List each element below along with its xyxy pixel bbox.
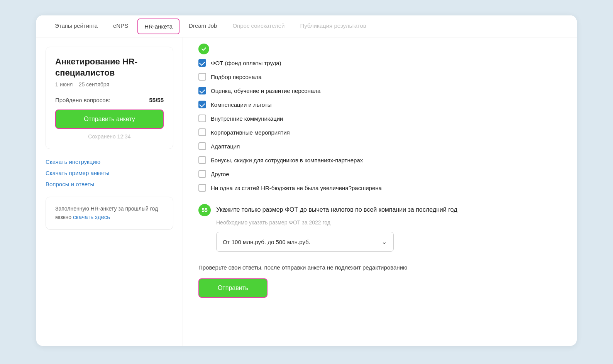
checkbox-row-9: Ни одна из статей HR-бюджета не была уве… xyxy=(198,184,561,192)
checkbox-row-6: Адаптация xyxy=(198,142,561,150)
dropdown-selected-value: От 100 млн.руб. до 500 млн.руб. xyxy=(223,239,310,245)
checkbox-kommunikacii[interactable] xyxy=(198,115,206,122)
progress-label: Пройдено вопросов: xyxy=(55,97,110,103)
tab-publikaciya: Публикация результатов xyxy=(294,15,372,37)
main-container: Этапы рейтинга eNPS HR-анкета Dream Job … xyxy=(36,15,577,346)
checkbox-row-7: Бонусы, скидки для сотрудников в компани… xyxy=(198,156,561,164)
sidebar-dates: 1 июня – 25 сентября xyxy=(55,81,164,88)
checkbox-label-kommunikacii: Внутренние коммуникации xyxy=(211,115,283,122)
checkbox-korporativnye[interactable] xyxy=(198,128,206,136)
sidebar-note-link[interactable]: скачать здесь xyxy=(73,214,110,220)
link-download-example[interactable]: Скачать пример анкеты xyxy=(46,170,173,176)
checkbox-bonusy[interactable] xyxy=(198,156,206,164)
sidebar-main-card: Анкетирование HR-специалистов 1 июня – 2… xyxy=(46,47,173,149)
saved-text: Сохранено 12:34 xyxy=(55,133,164,140)
checkbox-label-adaptaciya: Адаптация xyxy=(211,143,240,150)
review-text: Проверьте свои ответы, после отправки ан… xyxy=(198,264,561,271)
tab-dream-job[interactable]: Dream Job xyxy=(183,15,223,37)
checkbox-ni-odna[interactable] xyxy=(198,184,206,192)
checkbox-label-bonusy: Бонусы, скидки для сотрудников в компани… xyxy=(211,157,363,163)
checkbox-row-3: Компенсации и льготы xyxy=(198,101,561,108)
completion-indicator xyxy=(198,44,209,54)
content-area: Анкетирование HR-специалистов 1 июня – 2… xyxy=(36,37,577,346)
tab-bar: Этапы рейтинга eNPS HR-анкета Dream Job … xyxy=(36,15,577,37)
tab-opros: Опрос соискателей xyxy=(226,15,291,37)
tab-enps[interactable]: eNPS xyxy=(107,15,134,37)
question-55-header: 55 Укажите только размер ФОТ до вычета н… xyxy=(198,204,561,216)
checkbox-label-ocenka: Оценка, обучение и развитие персонала xyxy=(211,88,320,94)
checkbox-kompensacii[interactable] xyxy=(198,101,206,108)
checkbox-label-ni-odna: Ни одна из статей HR-бюджета не была уве… xyxy=(211,185,382,191)
question-55-number: 55 xyxy=(198,204,211,216)
checkbox-label-fot: ФОТ (фонд оплаты труда) xyxy=(211,60,281,66)
tab-hr-anketa[interactable]: HR-анкета xyxy=(137,19,179,34)
checkbox-label-drugoe: Другое xyxy=(211,171,229,177)
progress-value: 55/55 xyxy=(149,97,164,103)
checkbox-row-4: Внутренние коммуникации xyxy=(198,115,561,122)
question-55-hint: Необходимо указать размер ФОТ за 2022 го… xyxy=(216,219,561,226)
checkbox-podbor[interactable] xyxy=(198,73,206,81)
link-faq[interactable]: Вопросы и ответы xyxy=(46,181,173,187)
checkbox-adaptaciya[interactable] xyxy=(198,142,206,150)
checkbox-list: ФОТ (фонд оплаты труда) Подбор персонала… xyxy=(198,59,561,192)
chevron-down-icon: ⌄ xyxy=(381,238,387,246)
checkbox-row-1: Подбор персонала xyxy=(198,73,561,81)
fot-range-dropdown[interactable]: От 100 млн.руб. до 500 млн.руб. ⌄ xyxy=(216,232,394,252)
sidebar-links: Скачать инструкцию Скачать пример анкеты… xyxy=(46,158,173,187)
checkbox-section: ФОТ (фонд оплаты труда) Подбор персонала… xyxy=(198,44,561,192)
question-55-section: 55 Укажите только размер ФОТ до вычета н… xyxy=(198,204,561,252)
question-55-text: Укажите только размер ФОТ до вычета нало… xyxy=(216,204,457,214)
checkbox-label-korporativnye: Корпоративные мероприятия xyxy=(211,129,290,136)
checkbox-ocenka[interactable] xyxy=(198,87,206,94)
send-button[interactable]: Отправить xyxy=(198,278,268,298)
sidebar-note: Заполненную HR-анкету за прошлый год мож… xyxy=(46,197,173,230)
sidebar: Анкетирование HR-специалистов 1 июня – 2… xyxy=(36,37,183,346)
main-content: ФОТ (фонд оплаты труда) Подбор персонала… xyxy=(183,37,577,346)
bottom-section: Проверьте свои ответы, после отправки ан… xyxy=(198,264,561,298)
dropdown-wrapper: От 100 млн.руб. до 500 млн.руб. ⌄ xyxy=(216,232,561,252)
tab-etapy[interactable]: Этапы рейтинга xyxy=(49,15,104,37)
checkbox-label-kompensacii: Компенсации и льготы xyxy=(211,101,271,108)
checkbox-row-5: Корпоративные мероприятия xyxy=(198,128,561,136)
link-download-instructions[interactable]: Скачать инструкцию xyxy=(46,158,173,165)
submit-survey-button[interactable]: Отправить анкету xyxy=(55,110,164,129)
checkbox-row-0: ФОТ (фонд оплаты труда) xyxy=(198,59,561,67)
checkbox-fot[interactable] xyxy=(198,59,206,67)
progress-row: Пройдено вопросов: 55/55 xyxy=(55,97,164,103)
checkbox-drugoe[interactable] xyxy=(198,170,206,178)
checkbox-label-podbor: Подбор персонала xyxy=(211,74,262,80)
checkbox-row-8: Другое xyxy=(198,170,561,178)
sidebar-title: Анкетирование HR-специалистов xyxy=(55,56,164,78)
checkbox-row-2: Оценка, обучение и развитие персонала xyxy=(198,87,561,94)
